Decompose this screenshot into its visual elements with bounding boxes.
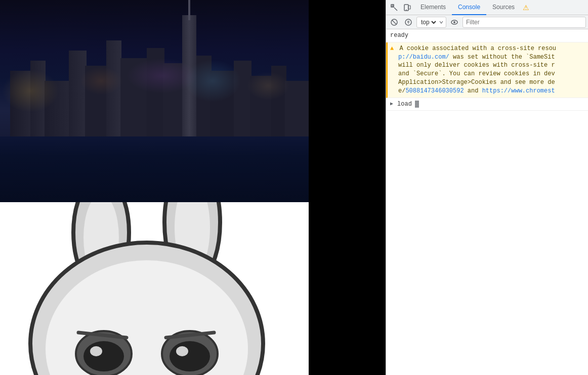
warning-text-line6: e/5088147346030592 and https://www.chrom… [398, 87, 555, 95]
context-select[interactable]: top [419, 18, 438, 26]
load-text: load [397, 100, 412, 109]
webpage-panel [0, 0, 386, 375]
svg-point-10 [170, 341, 210, 371]
svg-point-33 [453, 21, 455, 23]
city-lights [0, 0, 309, 136]
chrome-link[interactable]: https://www.chromest [482, 87, 555, 95]
context-select-wrapper[interactable]: top [416, 17, 446, 28]
svg-rect-25 [408, 6, 410, 9]
warning-text-line3: will only deliver cookies with cross-sit… [398, 62, 555, 69]
inspect-element-button[interactable] [388, 2, 400, 14]
svg-point-7 [83, 341, 124, 371]
bunny-svg [0, 202, 309, 375]
city-photo [0, 0, 309, 202]
clear-console-button[interactable] [388, 16, 400, 28]
devtools-tabs: Elements Console Sources ⚠ [414, 0, 586, 15]
baidu-link[interactable]: p://baidu.com/ [398, 54, 449, 61]
svg-point-8 [90, 346, 102, 356]
ready-text: ready [390, 32, 408, 39]
svg-line-27 [392, 20, 396, 24]
warning-text-line1: A cookie associated with a cross-site re… [399, 45, 556, 52]
water-reflection [0, 136, 309, 202]
expand-arrow-icon[interactable]: ▶ [390, 101, 393, 108]
city-skyline [0, 0, 309, 202]
svg-point-11 [176, 346, 188, 356]
device-toggle-button[interactable] [401, 2, 413, 14]
warning-text-line5: Application>Storage>Cookies and see more… [398, 79, 555, 86]
console-entry-warning: ▲ A cookie associated with a cross-site … [386, 42, 588, 98]
tab-elements[interactable]: Elements [414, 0, 452, 15]
svg-rect-24 [406, 10, 407, 10]
warning-text-line4: and `Secure`. You can review cookies in … [398, 70, 555, 77]
warning-triangle-icon: ▲ [390, 45, 394, 52]
console-output: ready ▲ A cookie associated with a cross… [386, 29, 588, 375]
devtools-toolbar2: top [386, 15, 588, 29]
warning-badge-icon: ⚠ [523, 4, 529, 12]
visibility-button[interactable] [448, 16, 460, 28]
tab-sources[interactable]: Sources [486, 0, 521, 15]
tab-console[interactable]: Console [452, 0, 486, 15]
cursor-indicator [415, 101, 419, 108]
warning-text-indent: p://baidu.com/ was set without the `Same… [398, 54, 555, 61]
cartoon-section [0, 202, 309, 375]
console-entry-ready: ready [386, 29, 588, 42]
id-link[interactable]: 5088147346030592 [405, 87, 464, 95]
console-entry-load: ▶ load [386, 98, 588, 111]
bunny-container [0, 202, 309, 375]
filter-input[interactable] [463, 17, 586, 28]
devtools-toolbar: Elements Console Sources ⚠ [386, 0, 588, 15]
devtools-panel: Elements Console Sources ⚠ to [386, 0, 588, 375]
filter-button[interactable] [402, 16, 414, 28]
